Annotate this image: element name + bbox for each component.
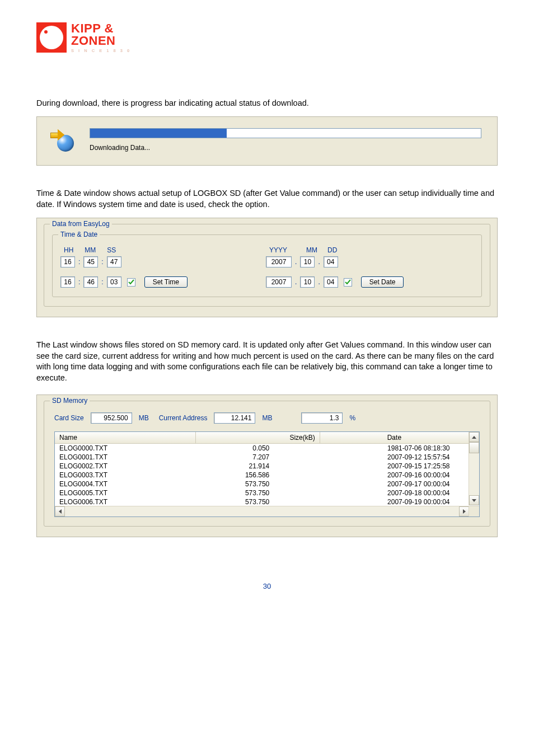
table-row[interactable]: ELOG0001.TXT7.2072007-09-12 15:57:54 — [55, 453, 469, 462]
file-date: 2007-09-17 00:00:04 — [320, 480, 469, 489]
logo-line-1: KIPP & — [71, 22, 131, 35]
file-size: 7.207 — [195, 453, 320, 462]
page-number: 30 — [36, 582, 498, 590]
file-name: ELOG0001.TXT — [55, 453, 195, 462]
scroll-right-button[interactable] — [459, 506, 469, 516]
date-mm-current[interactable]: 10 — [300, 256, 315, 267]
file-size: 573.750 — [195, 489, 320, 497]
file-size: 21.914 — [195, 462, 320, 471]
date-yyyy-current[interactable]: 2007 — [266, 256, 292, 267]
paragraph-sd: The Last window shows files stored on SD… — [36, 340, 498, 383]
file-size: 0.050 — [195, 444, 320, 453]
current-address-value: 12.141 — [214, 412, 255, 424]
download-arrow-globe-icon — [50, 128, 74, 152]
card-size-label: Card Size — [54, 414, 84, 422]
set-time-button[interactable]: Set Time — [144, 276, 188, 288]
table-row[interactable]: ELOG0002.TXT21.9142007-09-15 17:25:58 — [55, 462, 469, 471]
progress-fill — [90, 129, 227, 138]
logo: KIPP & ZONEN S I N C E 1 8 3 0 — [36, 22, 498, 53]
file-date: 2007-09-16 00:00:04 — [320, 471, 469, 480]
time-date-panel: Data from EasyLog Time & Date HH MM SS 1… — [36, 218, 498, 317]
file-date: 2007-09-15 17:25:58 — [320, 462, 469, 471]
progress-bar — [90, 128, 481, 138]
hdr-mm: MM — [85, 246, 96, 254]
progress-label: Downloading Data... — [90, 144, 481, 152]
set-date-checkbox[interactable] — [344, 278, 352, 287]
file-name: ELOG0006.TXT — [55, 497, 195, 506]
used-percent-value: 1.3 — [301, 412, 343, 424]
scroll-up-button[interactable] — [469, 432, 479, 442]
date-mm-set[interactable]: 10 — [300, 276, 315, 288]
file-date: 2007-09-18 00:00:04 — [320, 489, 469, 497]
time-hh-set[interactable]: 16 — [60, 276, 75, 288]
hdr-ss: SS — [107, 246, 116, 254]
time-ss-set[interactable]: 03 — [107, 276, 121, 288]
file-size: 573.750 — [195, 480, 320, 489]
horizontal-scrollbar[interactable] — [55, 506, 479, 516]
file-date: 1981-07-06 08:18:30 — [320, 444, 469, 453]
current-address-label: Current Address — [159, 414, 208, 422]
group-legend-outer: Data from EasyLog — [50, 220, 112, 228]
vertical-scrollbar[interactable] — [469, 432, 479, 505]
scroll-thumb[interactable] — [469, 442, 479, 453]
file-name: ELOG0000.TXT — [55, 444, 195, 453]
col-date[interactable]: Date — [320, 432, 469, 444]
table-row[interactable]: ELOG0000.TXT0.0501981-07-06 08:18:30 — [55, 444, 469, 453]
file-name: ELOG0003.TXT — [55, 471, 195, 480]
hdr-mm2: MM — [306, 246, 317, 254]
time-mm-current[interactable]: 45 — [83, 256, 98, 267]
paragraph-download: During download, there is progress bar i… — [36, 98, 498, 109]
file-name: ELOG0002.TXT — [55, 462, 195, 471]
scroll-corner — [469, 506, 479, 516]
card-size-value: 952.500 — [91, 412, 132, 424]
date-dd-set[interactable]: 04 — [324, 276, 338, 288]
dot: . — [318, 258, 320, 266]
file-name: ELOG0004.TXT — [55, 480, 195, 489]
table-row[interactable]: ELOG0006.TXT573.7502007-09-19 00:00:04 — [55, 497, 469, 506]
time-ss-current[interactable]: 47 — [107, 256, 121, 267]
hdr-dd: DD — [327, 246, 337, 254]
set-date-button[interactable]: Set Date — [361, 276, 404, 288]
dot: . — [318, 278, 320, 286]
file-size: 156.586 — [195, 471, 320, 480]
file-name: ELOG0005.TXT — [55, 489, 195, 497]
mb-unit-2: MB — [262, 414, 272, 422]
hdr-yyyy: YYYY — [269, 246, 296, 254]
group-legend-sd: SD Memory — [50, 397, 90, 405]
set-time-checkbox[interactable] — [127, 278, 135, 287]
file-list[interactable]: Name Size(kB) Date ELOG0000.TXT0.0501981… — [54, 431, 480, 517]
colon: : — [101, 258, 103, 266]
dot: . — [295, 258, 297, 266]
percent-unit: % — [349, 414, 355, 422]
colon: : — [101, 278, 103, 286]
col-name[interactable]: Name — [55, 432, 195, 444]
colon: : — [78, 278, 80, 286]
date-dd-current[interactable]: 04 — [324, 256, 338, 267]
logo-line-2: ZONEN — [71, 35, 131, 47]
colon: : — [78, 258, 80, 266]
group-legend-inner: Time & Date — [58, 231, 100, 238]
logo-mark — [36, 22, 67, 53]
time-hh-current[interactable]: 16 — [60, 256, 75, 267]
scroll-down-button[interactable] — [469, 495, 479, 505]
dot: . — [295, 278, 297, 286]
time-mm-set[interactable]: 46 — [83, 276, 98, 288]
table-row[interactable]: ELOG0005.TXT573.7502007-09-18 00:00:04 — [55, 489, 469, 497]
paragraph-timedate: Time & Date window shows actual setup of… — [36, 188, 498, 210]
file-date: 2007-09-19 00:00:04 — [320, 497, 469, 506]
downloading-dialog: Downloading Data... — [36, 116, 498, 166]
file-date: 2007-09-12 15:57:54 — [320, 453, 469, 462]
table-row[interactable]: ELOG0003.TXT156.5862007-09-16 00:00:04 — [55, 471, 469, 480]
hdr-hh: HH — [64, 246, 73, 254]
logo-since: S I N C E 1 8 3 0 — [71, 49, 131, 53]
table-row[interactable]: ELOG0004.TXT573.7502007-09-17 00:00:04 — [55, 480, 469, 489]
time-column: HH MM SS 16 : 45 : 47 16 — [60, 246, 188, 288]
scroll-left-button[interactable] — [55, 506, 65, 516]
date-column: YYYY MM DD 2007 . 10 . 04 2007 — [266, 246, 404, 288]
mb-unit-1: MB — [139, 414, 149, 422]
date-yyyy-set[interactable]: 2007 — [266, 276, 292, 288]
sd-memory-panel: SD Memory Card Size 952.500 MB Current A… — [36, 395, 498, 537]
file-size: 573.750 — [195, 497, 320, 506]
col-size[interactable]: Size(kB) — [195, 432, 320, 444]
